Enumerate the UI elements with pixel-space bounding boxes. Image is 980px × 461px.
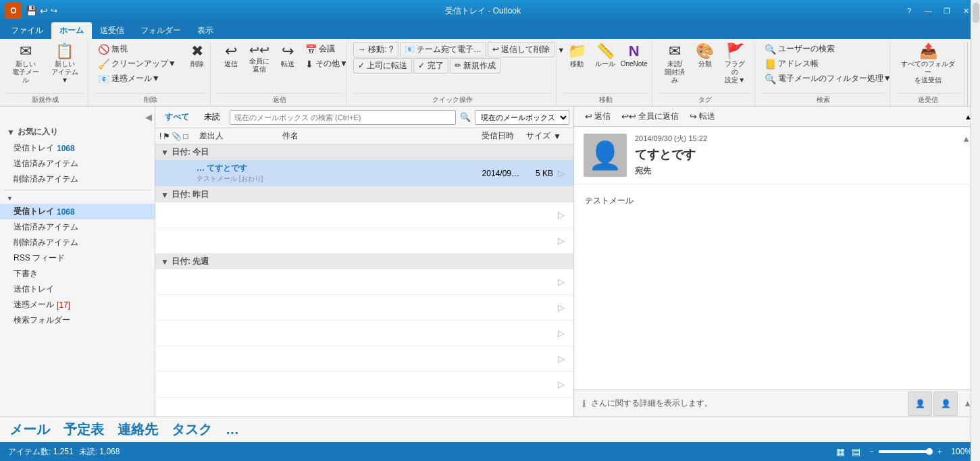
email-row[interactable]: ▷ xyxy=(155,372,573,398)
ignore-button[interactable]: 🚫 無視 xyxy=(95,42,179,56)
rules-button[interactable]: 📏 ルール xyxy=(592,42,619,70)
email-row[interactable]: ▷ xyxy=(155,228,573,254)
col-date-header[interactable]: 受信日時 xyxy=(446,130,514,142)
nav-calendar[interactable]: 予定表 xyxy=(61,419,107,440)
reply-button[interactable]: ↩ 返信 xyxy=(217,42,244,70)
col-check-icon[interactable]: □ xyxy=(183,132,188,141)
email-list-scrollbar[interactable] xyxy=(971,0,980,461)
sidebar-item-deleted-fav[interactable]: 削除済みアイテム xyxy=(0,171,155,187)
junk-button[interactable]: 📧 迷惑メール▼ xyxy=(95,72,179,86)
col-from-header[interactable]: 差出人 xyxy=(199,130,280,142)
tab-folder[interactable]: フォルダー xyxy=(132,22,189,39)
contact-photo-btn-1[interactable]: 👤 xyxy=(908,391,932,416)
more-reply-button[interactable]: ⬇ その他▼ xyxy=(303,57,351,71)
search-input[interactable] xyxy=(230,110,456,125)
email-flag-btn[interactable]: ▷ xyxy=(553,277,569,287)
done-button[interactable]: ✓ 完了 xyxy=(413,58,448,74)
redo-icon[interactable]: ↪ xyxy=(51,6,57,16)
rp-reply-button[interactable]: ↩ 返信 xyxy=(582,109,613,124)
rp-forward-button[interactable]: ↪ 転送 xyxy=(687,109,718,124)
tab-home[interactable]: ホーム xyxy=(51,22,92,39)
zoom-slider[interactable] xyxy=(879,450,933,453)
view-layout-icon-1[interactable]: ▦ xyxy=(836,446,845,457)
boss-forward-button[interactable]: ✓ 上司に転送 xyxy=(353,58,412,74)
search-scope-select[interactable]: 現在のメールボックス xyxy=(475,110,569,125)
read-unread-button[interactable]: ✉ 未読/開封済み xyxy=(659,42,690,86)
email-row[interactable]: ▷ xyxy=(155,269,573,295)
email-flag-btn[interactable]: ▷ xyxy=(553,302,569,313)
nav-contacts[interactable]: 連絡先 xyxy=(115,419,161,440)
sidebar-item-junk[interactable]: 迷惑メール [17] xyxy=(0,297,155,313)
cleanup-button[interactable]: 🧹 クリーンアップ▼ xyxy=(95,57,179,71)
zoom-out-button[interactable]: － xyxy=(867,445,876,458)
col-subject-header[interactable]: 件名 xyxy=(282,130,444,142)
onenote-button[interactable]: N OneNote xyxy=(620,42,648,70)
nav-more[interactable]: … xyxy=(223,421,242,439)
undo-icon[interactable]: ↩ xyxy=(40,5,48,16)
contact-photo-btn-2[interactable]: 👤 xyxy=(933,391,958,416)
rp-reply-all-button[interactable]: ↩↩ 全員に返信 xyxy=(619,109,681,124)
email-flag-btn[interactable]: ▷ xyxy=(553,210,569,220)
sidebar-item-drafts[interactable]: 下書き xyxy=(0,266,155,281)
col-flag-header[interactable]: ▼ xyxy=(553,132,569,141)
sidebar-item-deleted[interactable]: 削除済みアイテム xyxy=(0,235,155,250)
col-attach-icon[interactable]: 📎 xyxy=(172,132,182,141)
zoom-in-button[interactable]: ＋ xyxy=(935,445,944,458)
col-flag-icon[interactable]: ⚑ xyxy=(163,132,170,141)
sidebar-item-search-folders[interactable]: 検索フォルダー xyxy=(0,313,155,328)
zoom-thumb[interactable] xyxy=(926,448,933,455)
email-flag-btn[interactable]: ▷ xyxy=(553,168,569,178)
reply-all-button[interactable]: ↩↩ 全員に返信 xyxy=(246,42,273,76)
filter-email-button[interactable]: 🔍 電子メールのフィルター処理▼ xyxy=(762,72,894,86)
new-item-button[interactable]: 📋 新しいアイテム▼ xyxy=(46,42,84,86)
team-forward-button[interactable]: 📧 チーム宛て電子… xyxy=(400,42,486,57)
move-folder-button[interactable]: 📁 移動 xyxy=(563,42,590,70)
flag-button[interactable]: 🚩 フラグの設定▼ xyxy=(720,42,750,86)
email-row[interactable]: ▷ xyxy=(155,295,573,321)
nav-tasks[interactable]: タスク xyxy=(169,419,215,440)
save-icon[interactable]: 💾 xyxy=(26,5,37,16)
email-row[interactable]: ▷ xyxy=(155,346,573,372)
email-row[interactable]: … てすとです テストメール [おわり] 2014/09… 5 KB ▷ xyxy=(155,160,573,187)
nav-mail[interactable]: メール xyxy=(7,419,53,440)
send-receive-all-button[interactable]: 📤 すべてのフォルダーを送受信 xyxy=(897,42,960,86)
tab-view[interactable]: 表示 xyxy=(189,22,222,39)
email-row[interactable]: ▷ xyxy=(155,321,573,346)
restore-button[interactable]: ❐ xyxy=(938,4,956,18)
move-button[interactable]: → 移動: ? xyxy=(353,42,398,57)
tab-unread[interactable]: 未読 xyxy=(199,109,226,125)
email-flag-btn[interactable]: ▷ xyxy=(553,379,569,389)
new-quick-button[interactable]: ✏ 新規作成 xyxy=(450,58,500,74)
sidebar-item-sent[interactable]: 送信済みアイテム xyxy=(0,219,155,235)
categorize-button[interactable]: 🎨 分類 xyxy=(692,42,719,70)
new-email-button[interactable]: ✉ 新しい電子メール xyxy=(7,42,45,86)
meeting-button[interactable]: 📅 会議 xyxy=(303,42,351,56)
sidebar-collapse-icon[interactable]: ◀ xyxy=(145,112,152,122)
email-flag-btn[interactable]: ▷ xyxy=(553,328,569,338)
sidebar-item-inbox-fav[interactable]: 受信トレイ 1068 xyxy=(0,140,155,156)
sidebar-item-outbox[interactable]: 送信トレイ xyxy=(0,281,155,297)
sidebar-item-sent-fav[interactable]: 送信済みアイテム xyxy=(0,156,155,171)
help-button[interactable]: ? xyxy=(900,4,918,18)
email-row[interactable]: ▷ xyxy=(155,202,573,228)
sidebar-item-inbox[interactable]: 受信トレイ 1068 xyxy=(0,204,155,219)
forward-button[interactable]: ↪ 転送 xyxy=(274,42,301,70)
delete-button[interactable]: ✖ 削除 xyxy=(180,42,214,70)
find-contact-button[interactable]: 🔍 ユーザーの検索 xyxy=(762,42,837,56)
col-size-header[interactable]: サイズ xyxy=(517,130,550,142)
view-layout-icon-2[interactable]: ▤ xyxy=(852,446,860,457)
email-flag-btn[interactable]: ▷ xyxy=(553,236,569,246)
reply-delete-button[interactable]: ↩ 返信して削除 xyxy=(488,42,555,57)
address-book-button[interactable]: 📒 アドレス帳 xyxy=(762,57,821,71)
minimize-button[interactable]: — xyxy=(919,4,937,18)
scrollbar-thumb[interactable] xyxy=(973,3,979,23)
col-important-icon[interactable]: ! xyxy=(159,132,161,141)
tab-send-receive[interactable]: 送受信 xyxy=(92,22,132,39)
sidebar-item-rss[interactable]: RSS フィード xyxy=(0,250,155,266)
tab-file[interactable]: ファイル xyxy=(3,22,51,39)
header-collapse-icon[interactable]: ▲ xyxy=(962,134,971,144)
tab-all[interactable]: すべて xyxy=(159,109,195,125)
search-icon[interactable]: 🔍 xyxy=(460,112,471,122)
email-flag-btn[interactable]: ▷ xyxy=(553,354,569,364)
account-section-header[interactable]: ▼ xyxy=(0,193,155,204)
